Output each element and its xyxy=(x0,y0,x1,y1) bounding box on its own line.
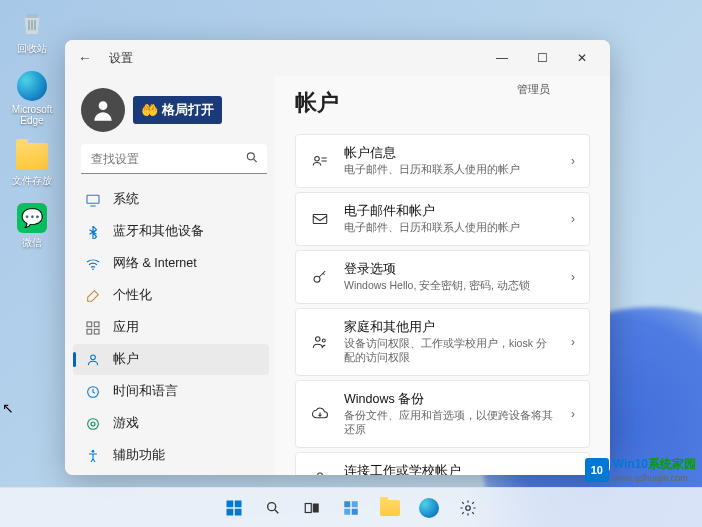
user-badge-text: 格局打开 xyxy=(162,101,214,119)
brush-icon xyxy=(85,288,101,304)
nav-label: 帐户 xyxy=(113,351,139,368)
id-icon xyxy=(310,151,330,171)
folder-icon xyxy=(380,500,400,516)
person-icon xyxy=(90,97,116,123)
user-badge: 🤲 格局打开 xyxy=(133,96,222,124)
desktop-icon-folder[interactable]: 文件存放 xyxy=(8,140,56,188)
svg-rect-1 xyxy=(31,20,33,30)
card-title: Windows 备份 xyxy=(344,391,557,408)
nav-label: 应用 xyxy=(113,319,139,336)
taskbar-edge[interactable] xyxy=(411,492,447,524)
card-email-accounts[interactable]: 电子邮件和帐户 电子邮件、日历和联系人使用的帐户 › xyxy=(295,192,590,246)
sidebar: 🤲 格局打开 系统 蓝牙和其他设备 xyxy=(65,76,275,475)
nav-label: 游戏 xyxy=(113,415,139,432)
nav-item-accessibility[interactable]: 辅助功能 xyxy=(73,440,269,471)
page-title: 帐户 xyxy=(295,88,339,118)
svg-rect-30 xyxy=(305,503,311,512)
svg-rect-10 xyxy=(94,322,99,327)
taskview-icon xyxy=(303,499,321,517)
card-title: 电子邮件和帐户 xyxy=(344,203,557,220)
briefcase-icon xyxy=(310,469,330,475)
card-windows-backup[interactable]: Windows 备份 备份文件、应用和首选项，以便跨设备将其还原 › xyxy=(295,380,590,448)
taskbar-taskview[interactable] xyxy=(294,492,330,524)
taskbar-explorer[interactable] xyxy=(372,492,408,524)
svg-point-36 xyxy=(466,505,471,510)
family-icon xyxy=(310,332,330,352)
card-work-school[interactable]: 连接工作或学校帐户 电子邮件、应用和网络等组织资源 › xyxy=(295,452,590,475)
nav-item-network[interactable]: 网络 & Internet xyxy=(73,248,269,279)
svg-rect-11 xyxy=(87,329,92,334)
card-account-info[interactable]: 帐户信息 电子邮件、日历和联系人使用的帐户 › xyxy=(295,134,590,188)
close-button[interactable]: ✕ xyxy=(562,44,602,72)
desktop-icon-recycle-bin[interactable]: 回收站 xyxy=(8,8,56,56)
nav-list: 系统 蓝牙和其他设备 网络 & Internet 个性化 xyxy=(73,184,275,475)
gear-icon xyxy=(459,499,477,517)
key-icon xyxy=(310,267,330,287)
nav-item-personalization[interactable]: 个性化 xyxy=(73,280,269,311)
nav-item-privacy[interactable]: 隐私和安全性 xyxy=(73,472,269,475)
avatar xyxy=(81,88,125,132)
maximize-button[interactable]: ☐ xyxy=(522,44,562,72)
desktop-icon-edge[interactable]: Microsoft Edge xyxy=(8,70,56,126)
nav-item-time-language[interactable]: 时间和语言 xyxy=(73,376,269,407)
nav-item-system[interactable]: 系统 xyxy=(73,184,269,215)
edge-icon xyxy=(419,498,439,518)
chevron-right-icon: › xyxy=(571,407,575,421)
system-icon xyxy=(85,192,101,208)
desktop-icon-label: 回收站 xyxy=(17,42,47,56)
watermark-url: www.qdhuajin.com xyxy=(613,473,696,483)
svg-point-15 xyxy=(88,418,99,429)
gaming-icon xyxy=(85,416,101,432)
card-family-other[interactable]: 家庭和其他用户 设备访问权限、工作或学校用户，kiosk 分配的访问权限 › xyxy=(295,308,590,376)
svg-rect-33 xyxy=(352,501,358,507)
card-desc: 备份文件、应用和首选项，以便跨设备将其还原 xyxy=(344,409,557,437)
nav-item-bluetooth[interactable]: 蓝牙和其他设备 xyxy=(73,216,269,247)
card-title: 登录选项 xyxy=(344,261,557,278)
svg-rect-6 xyxy=(87,195,99,203)
titlebar[interactable]: ← 设置 — ☐ ✕ xyxy=(65,40,610,76)
search-box xyxy=(81,144,267,174)
taskbar-widgets[interactable] xyxy=(333,492,369,524)
card-title: 连接工作或学校帐户 xyxy=(344,463,557,475)
taskbar-settings[interactable] xyxy=(450,492,486,524)
svg-point-17 xyxy=(92,450,95,453)
taskbar xyxy=(0,487,702,527)
svg-rect-26 xyxy=(227,508,234,515)
nav-item-gaming[interactable]: 游戏 xyxy=(73,408,269,439)
chevron-right-icon: › xyxy=(571,335,575,349)
settings-window: ← 设置 — ☐ ✕ 🤲 格局打开 xyxy=(65,40,610,475)
user-block[interactable]: 🤲 格局打开 xyxy=(73,84,275,144)
watermark-brand2: 系统家园 xyxy=(648,457,696,471)
nav-item-apps[interactable]: 应用 xyxy=(73,312,269,343)
nav-label: 时间和语言 xyxy=(113,383,178,400)
nav-item-accounts[interactable]: 帐户 xyxy=(73,344,269,375)
start-button[interactable] xyxy=(216,492,252,524)
minimize-button[interactable]: — xyxy=(482,44,522,72)
svg-line-5 xyxy=(254,159,257,162)
edge-icon xyxy=(16,70,48,102)
nav-label: 个性化 xyxy=(113,287,152,304)
desktop-icon-label: Microsoft Edge xyxy=(12,104,53,126)
nav-label: 系统 xyxy=(113,191,139,208)
svg-rect-25 xyxy=(235,500,242,507)
watermark-logo: 10 xyxy=(585,458,609,482)
taskbar-search[interactable] xyxy=(255,492,291,524)
card-desc: 设备访问权限、工作或学校用户，kiosk 分配的访问权限 xyxy=(344,337,557,365)
person-icon xyxy=(85,352,101,368)
back-button[interactable]: ← xyxy=(73,46,97,70)
card-signin-options[interactable]: 登录选项 Windows Hello, 安全密钥, 密码, 动态锁 › xyxy=(295,250,590,304)
window-title: 设置 xyxy=(109,50,133,67)
desktop-icon-wechat[interactable]: 💬 微信 xyxy=(8,202,56,250)
hand-icon: 🤲 xyxy=(141,102,158,118)
desktop-icon-label: 微信 xyxy=(22,236,42,250)
recycle-bin-icon xyxy=(16,8,48,40)
svg-rect-32 xyxy=(344,501,350,507)
watermark: 10 Win10系统家园 www.qdhuajin.com xyxy=(585,456,696,483)
chevron-right-icon: › xyxy=(571,154,575,168)
nav-label: 蓝牙和其他设备 xyxy=(113,223,204,240)
clock-icon xyxy=(85,384,101,400)
search-input[interactable] xyxy=(81,144,267,174)
svg-point-18 xyxy=(315,157,320,162)
svg-point-28 xyxy=(268,502,276,510)
desktop-icons: 回收站 Microsoft Edge 文件存放 💬 微信 xyxy=(8,8,56,250)
